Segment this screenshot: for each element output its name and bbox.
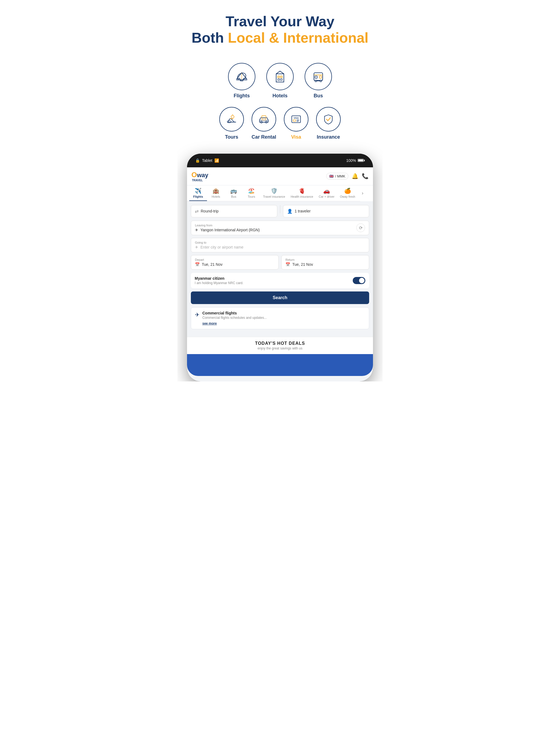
tours-label: Tours xyxy=(225,134,238,140)
nav-scroll-right[interactable]: › xyxy=(360,190,368,196)
svg-rect-4 xyxy=(281,76,282,78)
service-visa[interactable]: VISA Visa xyxy=(284,107,308,140)
app-logo: Oway TRAVEL xyxy=(192,171,208,182)
deals-strip xyxy=(187,354,373,376)
trip-type-row: ⇄ Round-trip 👤 1 traveler xyxy=(191,205,369,217)
tab-bus[interactable]: 🚌 Bus xyxy=(225,185,243,201)
trip-type-value: Round-trip xyxy=(201,209,219,213)
app-header: Oway TRAVEL 🇬🇧 / MMK 🔔 📞 xyxy=(187,168,373,185)
going-to-value: ✈ Enter city or airport name xyxy=(195,245,365,249)
tab-hotels[interactable]: 🏨 Hotels xyxy=(207,185,225,201)
phone-screen: Oway TRAVEL 🇬🇧 / MMK 🔔 📞 ✈️ Flights xyxy=(187,168,373,381)
round-trip-icon: ⇄ xyxy=(195,209,199,214)
service-tours[interactable]: Tours xyxy=(219,107,244,140)
depart-value: 📅 Tue, 21 Nov xyxy=(195,262,275,266)
commercial-flights-title: Commercial flights xyxy=(202,311,266,315)
tab-travel-insurance[interactable]: 🛡️ Travel insurance xyxy=(260,185,288,201)
svg-rect-24 xyxy=(293,120,296,121)
status-right: 100% xyxy=(346,158,365,163)
tab-tours[interactable]: 🏖️ Tours xyxy=(243,185,260,201)
hero-title-line1: Travel Your Way xyxy=(186,14,374,29)
phone-icon[interactable]: 📞 xyxy=(362,173,368,179)
depart-field[interactable]: Depart 📅 Tue, 21 Nov xyxy=(191,255,279,269)
swap-button[interactable]: ⟳ xyxy=(356,223,365,232)
departure-icon: ✈ xyxy=(195,228,198,232)
citizen-text: Myanmar citizen I am holding Myanmar NRC… xyxy=(195,276,244,285)
tab-flights[interactable]: ✈️ Flights xyxy=(189,185,207,201)
toggle-knob xyxy=(359,278,364,283)
tours-tab-icon: 🏖️ xyxy=(248,187,255,194)
car-driver-tab-icon: 🚗 xyxy=(323,187,330,194)
return-field[interactable]: Return 📅 Tue, 21 Nov xyxy=(281,255,369,269)
notification-icon[interactable]: 🔔 xyxy=(352,173,358,179)
myanmar-citizen-row: Myanmar citizen I am holding Myanmar NRC… xyxy=(191,273,369,288)
tab-oway-fresh[interactable]: 🍊 Oway fresh xyxy=(337,185,358,201)
flag-icon: 🇬🇧 xyxy=(329,174,334,178)
commercial-flights-body: Commercial flights Commercial flights sc… xyxy=(202,311,266,326)
leaving-from-label: Leaving from xyxy=(195,224,365,227)
svg-rect-6 xyxy=(281,79,282,80)
myanmar-citizen-toggle[interactable] xyxy=(353,277,365,284)
commercial-flights-desc: Commercial flights schedules and updates… xyxy=(202,316,266,319)
hot-deals-section: TODAY'S HOT DEALS enjoy the great saving… xyxy=(187,337,373,354)
status-tablet: Tablet xyxy=(202,158,212,163)
bus-label: Bus xyxy=(314,93,323,99)
status-left: 🔒 Tablet 📶 xyxy=(195,158,219,163)
going-to-field[interactable]: Going to ✈ Enter city or airport name xyxy=(191,238,369,252)
leaving-from-field[interactable]: Leaving from ✈ Yangon International Airp… xyxy=(191,221,369,235)
logo-o: O xyxy=(192,171,197,179)
oway-fresh-tab-icon: 🍊 xyxy=(344,187,351,194)
travel-insurance-tab-icon: 🛡️ xyxy=(271,187,278,194)
trip-type-selector[interactable]: ⇄ Round-trip xyxy=(191,205,277,217)
traveler-icon: 👤 xyxy=(287,209,292,214)
tab-flights-label: Flights xyxy=(193,195,203,198)
phone-notch xyxy=(255,154,305,163)
service-insurance[interactable]: Insurance xyxy=(316,107,341,140)
visa-icon-circle: VISA xyxy=(284,107,308,131)
service-car-rental[interactable]: Car Rental xyxy=(252,107,276,140)
return-value: 📅 Tue, 21 Nov xyxy=(285,262,365,266)
battery-percent: 100% xyxy=(346,158,356,163)
divider xyxy=(280,205,280,213)
service-bus[interactable]: Bus xyxy=(305,63,332,99)
bus-icon-circle xyxy=(305,63,332,90)
search-button[interactable]: Search xyxy=(191,291,369,304)
tab-health-insurance[interactable]: 🫀 Health insurance xyxy=(288,185,316,201)
svg-point-11 xyxy=(320,80,322,82)
travelers-value: 1 traveler xyxy=(295,209,311,213)
return-calendar-icon: 📅 xyxy=(285,262,290,266)
wifi-icon: 📶 xyxy=(214,158,219,163)
services-row-2: Tours Car Rental xyxy=(183,107,377,140)
service-hotels[interactable]: Hotels xyxy=(266,63,294,99)
tab-bus-label: Bus xyxy=(231,195,236,198)
destination-icon: ✈ xyxy=(195,245,198,249)
hot-deals-subtitle: enjoy the great savings with us xyxy=(191,346,369,350)
visa-label: Visa xyxy=(291,134,301,140)
return-label: Return xyxy=(285,258,365,261)
bus-tab-icon: 🚌 xyxy=(230,187,237,194)
flights-tab-icon: ✈️ xyxy=(195,187,202,194)
logo-travel: TRAVEL xyxy=(192,179,208,182)
tours-icon-circle xyxy=(219,107,244,131)
phone-status-bar: 🔒 Tablet 📶 100% xyxy=(187,154,373,168)
hero-title-line2: Both Local & International xyxy=(186,29,374,46)
going-to-label: Going to xyxy=(195,241,365,244)
service-flights[interactable]: Flights xyxy=(228,63,255,99)
services-row-1: Flights Hotels xyxy=(183,63,377,99)
nav-tabs: ✈️ Flights 🏨 Hotels 🚌 Bus 🏖️ Tours 🛡️ xyxy=(187,185,360,201)
insurance-icon-circle xyxy=(316,107,341,131)
tab-car-driver[interactable]: 🚗 Car + driver xyxy=(316,185,337,201)
travelers-selector[interactable]: 👤 1 traveler xyxy=(283,205,370,217)
tab-hotels-label: Hotels xyxy=(212,195,220,198)
hot-deals-title: TODAY'S HOT DEALS xyxy=(191,341,369,346)
svg-point-17 xyxy=(227,120,231,123)
calendar-icon: 📅 xyxy=(195,262,200,266)
hero-title-both: Both xyxy=(192,30,228,46)
tab-oway-fresh-label: Oway fresh xyxy=(340,195,355,198)
svg-rect-5 xyxy=(278,79,279,80)
tab-health-insurance-label: Health insurance xyxy=(291,195,313,198)
see-more-link[interactable]: see more xyxy=(202,321,217,325)
logo-text: Oway TRAVEL xyxy=(192,171,208,182)
lang-switcher[interactable]: 🇬🇧 / MMK xyxy=(326,173,348,180)
hero-section: Travel Your Way Both Local & Internation… xyxy=(177,0,383,151)
